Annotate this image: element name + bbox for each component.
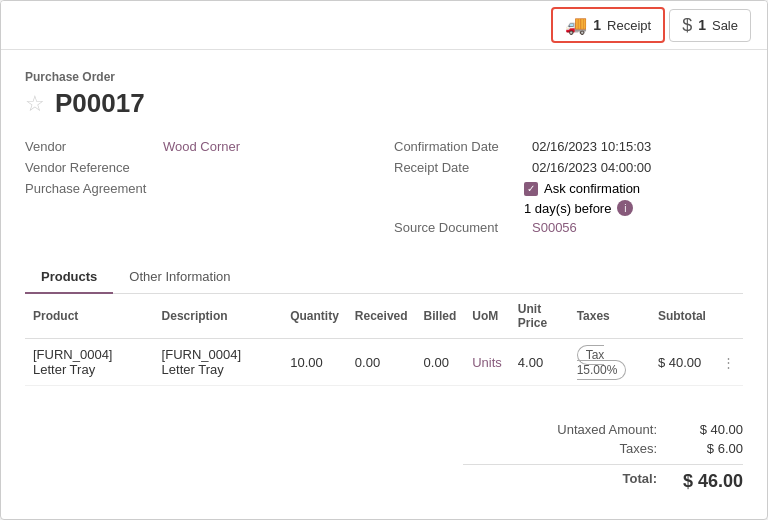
cell-taxes: Tax 15.00% [569,339,650,386]
col-actions [714,294,743,339]
col-subtotal: Subtotal [650,294,714,339]
grand-total-row: Total: $ 46.00 [463,464,743,492]
receipt-smart-button[interactable]: 🚚 1 Receipt [551,7,665,43]
tab-other-information[interactable]: Other Information [113,261,246,294]
cell-billed: 0.00 [416,339,465,386]
col-description: Description [154,294,283,339]
total-label: Total: [463,471,657,492]
truck-icon: 🚚 [565,14,587,36]
section-label: Purchase Order [25,70,743,84]
vendor-ref-row: Vendor Reference [25,160,374,175]
dollar-icon: $ [682,15,692,36]
purchase-agreement-label: Purchase Agreement [25,181,155,196]
main-content: Purchase Order ☆ P00017 Vendor Wood Corn… [1,50,767,406]
tabs-bar: Products Other Information [25,261,743,294]
fields-right: Confirmation Date 02/16/2023 10:15:03 Re… [394,139,743,241]
col-taxes: Taxes [569,294,650,339]
col-unit-price: Unit Price [510,294,569,339]
tax-badge[interactable]: Tax 15.00% [577,345,627,380]
total-value: $ 46.00 [673,471,743,492]
col-billed: Billed [416,294,465,339]
col-product: Product [25,294,154,339]
vendor-label: Vendor [25,139,155,154]
ask-confirmation-checkbox[interactable]: ✓ [524,182,538,196]
uom-link[interactable]: Units [472,355,502,370]
taxes-value: $ 6.00 [673,441,743,456]
receipt-date-row: Receipt Date 02/16/2023 04:00:00 [394,160,743,175]
row-more-icon[interactable]: ⋮ [722,355,735,370]
products-table: Product Description Quantity Received Bi… [25,294,743,386]
info-icon[interactable]: i [617,200,633,216]
tab-products[interactable]: Products [25,261,113,294]
days-before-value: 1 day(s) before [524,201,611,216]
main-window: 🚚 1 Receipt $ 1 Sale Purchase Order ☆ P0… [0,0,768,520]
fields-left: Vendor Wood Corner Vendor Reference Purc… [25,139,374,241]
receipt-date-label: Receipt Date [394,160,524,175]
purchase-agreement-row: Purchase Agreement [25,181,374,196]
vendor-row: Vendor Wood Corner [25,139,374,154]
totals-section: Untaxed Amount: $ 40.00 Taxes: $ 6.00 To… [1,406,767,508]
sale-count: 1 [698,17,706,33]
col-uom: UoM [464,294,510,339]
source-document-row: Source Document S00056 [394,220,743,235]
col-received: Received [347,294,416,339]
days-before-row: 1 day(s) before i [524,200,743,216]
cell-description: [FURN_0004] Letter Tray [154,339,283,386]
taxes-row: Taxes: $ 6.00 [463,441,743,456]
taxes-label: Taxes: [463,441,657,456]
cell-product: [FURN_0004] Letter Tray [25,339,154,386]
receipt-count: 1 [593,17,601,33]
cell-received: 0.00 [347,339,416,386]
cell-quantity: 10.00 [282,339,347,386]
confirmation-date-row: Confirmation Date 02/16/2023 10:15:03 [394,139,743,154]
products-table-container: Product Description Quantity Received Bi… [25,294,743,386]
untaxed-amount-label: Untaxed Amount: [463,422,657,437]
untaxed-amount-row: Untaxed Amount: $ 40.00 [463,422,743,437]
vendor-value[interactable]: Wood Corner [163,139,240,154]
title-row: ☆ P00017 [25,88,743,119]
source-document-label: Source Document [394,220,524,235]
untaxed-amount-value: $ 40.00 [673,422,743,437]
sale-label: Sale [712,18,738,33]
cell-uom: Units [464,339,510,386]
confirmation-date-value: 02/16/2023 10:15:03 [532,139,651,154]
favorite-star-icon[interactable]: ☆ [25,91,45,117]
cell-unit-price: 4.00 [510,339,569,386]
table-header-row: Product Description Quantity Received Bi… [25,294,743,339]
confirmation-date-label: Confirmation Date [394,139,524,154]
table-row: [FURN_0004] Letter Tray [FURN_0004] Lett… [25,339,743,386]
ask-confirmation-label: Ask confirmation [544,181,640,196]
col-quantity: Quantity [282,294,347,339]
page-title: P00017 [55,88,145,119]
ask-confirmation-row: ✓ Ask confirmation [524,181,743,196]
receipt-label: Receipt [607,18,651,33]
fields-grid: Vendor Wood Corner Vendor Reference Purc… [25,139,743,241]
vendor-ref-label: Vendor Reference [25,160,155,175]
source-document-value[interactable]: S00056 [532,220,577,235]
top-bar: 🚚 1 Receipt $ 1 Sale [1,1,767,50]
sale-smart-button[interactable]: $ 1 Sale [669,9,751,42]
cell-more: ⋮ [714,339,743,386]
receipt-date-value: 02/16/2023 04:00:00 [532,160,651,175]
cell-subtotal: $ 40.00 [650,339,714,386]
